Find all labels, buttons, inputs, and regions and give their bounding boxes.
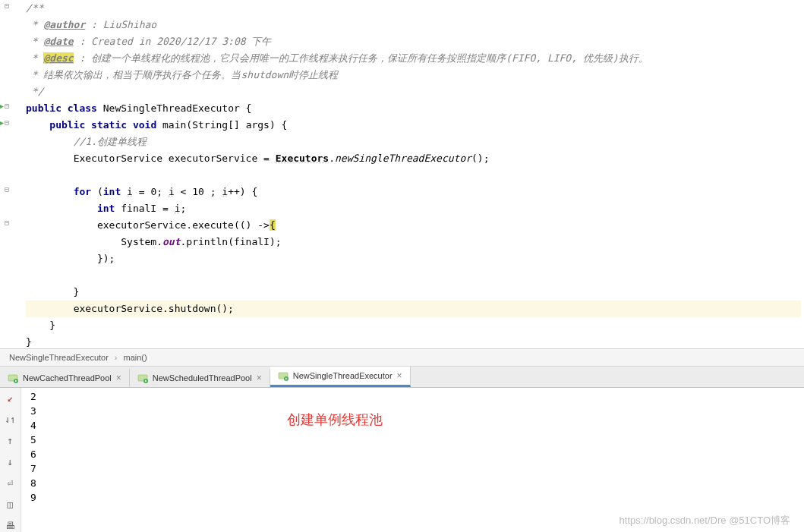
close-icon[interactable]: × (257, 373, 262, 383)
run-config-icon (8, 373, 18, 383)
breadcrumb: NewSingleThreadExecutor › main() (0, 348, 804, 367)
fold-icon[interactable]: ⊟ (5, 219, 9, 227)
tab-newscheduledthreadpool[interactable]: NewScheduledThreadPool × (130, 369, 270, 387)
code-editor: ⊟ ⊟ ▶ ⊟ ▶ ⊟ ⊟ /** * @author : LiuShihao … (0, 0, 804, 348)
fold-icon[interactable]: ⊟ (5, 185, 9, 194)
soft-wrap-icon[interactable]: ↙ (4, 391, 17, 405)
run-config-icon (137, 373, 148, 383)
run-gutter-icon[interactable]: ▶ (0, 118, 4, 127)
tab-newcachedthreadpool[interactable]: NewCachedThreadPool × (0, 369, 130, 387)
console-output[interactable]: 2 3 4 5 6 7 8 9 创建单例线程池 https://blog.csd… (21, 388, 804, 532)
output-line: 9 (30, 490, 795, 505)
wrap-icon[interactable]: ⏎ (4, 476, 17, 490)
layout-icon[interactable]: ◫ (4, 497, 17, 511)
output-line: 5 (30, 433, 795, 447)
output-line: 8 (30, 476, 795, 490)
output-line: 6 (30, 447, 795, 461)
output-line: 2 (30, 389, 795, 404)
fold-icon[interactable]: ⊟ (5, 102, 9, 110)
breadcrumb-item[interactable]: NewSingleThreadExecutor (9, 348, 109, 367)
close-icon[interactable]: × (397, 370, 402, 381)
console-toolbar: ↙ ⇃↿ ↑ ↓ ⏎ ◫ 🖶 (0, 388, 21, 532)
breadcrumb-item[interactable]: main() (124, 348, 147, 367)
output-line: 4 (30, 418, 795, 433)
print-icon[interactable]: 🖶 (4, 518, 17, 532)
down-icon[interactable]: ↓ (4, 455, 17, 468)
scroll-to-end-icon[interactable]: ⇃↿ (4, 412, 17, 426)
output-line: 3 (30, 404, 795, 418)
output-line: 7 (30, 461, 795, 476)
tab-newsinglethreadexecutor[interactable]: NewSingleThreadExecutor × (270, 367, 411, 387)
chevron-right-icon: › (115, 348, 118, 367)
run-config-icon (278, 370, 288, 381)
fold-icon[interactable]: ⊟ (5, 2, 9, 10)
annotation-text: 创建单例线程池 (287, 411, 383, 429)
run-gutter-icon[interactable]: ▶ (0, 102, 4, 110)
console-panel: ↙ ⇃↿ ↑ ↓ ⏎ ◫ 🖶 2 3 4 5 6 7 8 9 创建单例线程池 h… (0, 388, 804, 532)
close-icon[interactable]: × (116, 373, 121, 383)
code-content[interactable]: /** * @author : LiuShihao * @date : Crea… (23, 0, 804, 348)
fold-icon[interactable]: ⊟ (5, 118, 9, 127)
watermark: https://blog.csdn.net/Dre @51CTO博客 (620, 514, 790, 527)
editor-gutter: ⊟ ⊟ ▶ ⊟ ▶ ⊟ ⊟ (0, 0, 23, 348)
up-icon[interactable]: ↑ (4, 433, 17, 447)
run-tabs: NewCachedThreadPool × NewScheduledThread… (0, 367, 804, 388)
